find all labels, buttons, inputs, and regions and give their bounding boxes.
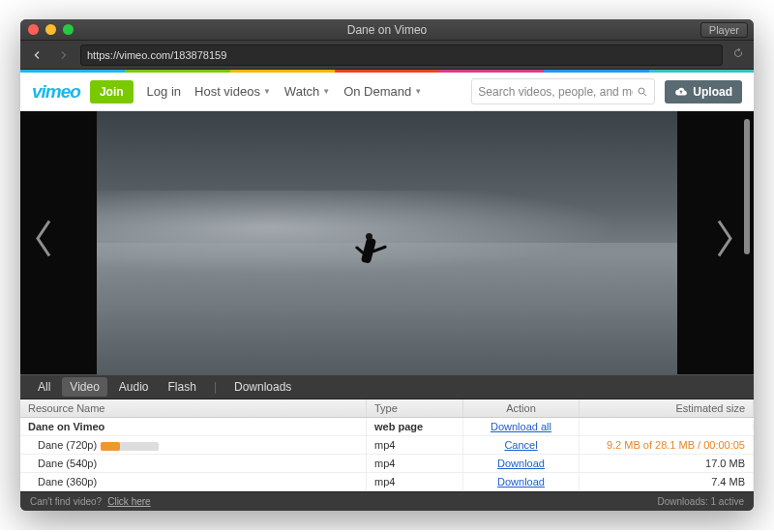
nav-log-in[interactable]: Log in (147, 84, 181, 99)
site-header: vimeo Join Log inHost videos▼Watch▼On De… (20, 73, 754, 111)
action-link[interactable]: Cancel (504, 439, 537, 451)
search-icon (637, 86, 648, 98)
chevron-down-icon: ▼ (263, 87, 271, 96)
table-row: Dane (540p)mp4Download17.0 MB (20, 455, 754, 473)
col-name[interactable]: Resource Name (20, 399, 367, 417)
url-input[interactable]: https://vimeo.com/183878159 (80, 44, 723, 66)
action-link[interactable]: Download (497, 458, 545, 469)
cell-action: Cancel (463, 436, 580, 454)
prev-arrow[interactable] (32, 218, 55, 269)
downloads-status: Downloads: 1 active (658, 496, 745, 507)
cell-name: Dane (360p) (20, 473, 367, 490)
cell-action: Download all (463, 418, 580, 435)
window-title: Dane on Vimeo (20, 23, 754, 37)
arrow-left-icon (31, 49, 43, 61)
filter-tab-flash[interactable]: Flash (161, 377, 204, 397)
cell-name: Dane on Vimeo (20, 418, 367, 435)
search-placeholder: Search videos, people, and more (478, 85, 633, 99)
cell-size: 9.2 MB of 28.1 MB / 00:00:05 (580, 436, 754, 454)
chevron-right-icon (713, 218, 736, 260)
cell-action: Download (463, 455, 580, 472)
cell-size: 17.0 MB (580, 455, 754, 472)
app-window: Dane on Vimeo Player https://vimeo.com/1… (20, 19, 754, 511)
col-action[interactable]: Action (463, 399, 580, 417)
cell-name: Dane (540p) (20, 455, 367, 472)
chevron-down-icon: ▼ (322, 87, 330, 96)
browser-toolbar: https://vimeo.com/183878159 (20, 41, 754, 70)
back-button[interactable] (26, 45, 47, 65)
progress-bar (101, 442, 159, 451)
vertical-scrollbar[interactable] (744, 111, 752, 374)
action-link[interactable]: Download all (491, 421, 551, 432)
filter-tabs: AllVideoAudioFlash|Downloads (20, 374, 754, 399)
svg-point-0 (639, 88, 644, 94)
filter-tab-video[interactable]: Video (62, 377, 106, 397)
filter-tab-audio[interactable]: Audio (111, 377, 157, 397)
filter-divider: | (214, 380, 217, 394)
cell-size (580, 424, 754, 429)
chevron-left-icon (32, 218, 55, 260)
cell-type: web page (367, 418, 463, 435)
action-link[interactable]: Download (497, 476, 545, 488)
cell-size: 7.4 MB (580, 473, 754, 490)
cloud-upload-icon (674, 85, 688, 99)
vimeo-logo[interactable]: vimeo (32, 81, 80, 103)
nav-watch[interactable]: Watch▼ (284, 84, 330, 99)
table-header: Resource Name Type Action Estimated size (20, 399, 754, 418)
video-frame[interactable] (97, 111, 677, 374)
upload-button[interactable]: Upload (665, 80, 742, 103)
nav-on-demand[interactable]: On Demand▼ (343, 84, 422, 99)
filter-tab-all[interactable]: All (30, 377, 58, 397)
join-button[interactable]: Join (90, 80, 134, 103)
col-size[interactable]: Estimated size (580, 399, 754, 417)
resource-table: Resource Name Type Action Estimated size… (20, 399, 754, 491)
video-area (20, 111, 754, 374)
table-row: Dane (360p)mp4Download7.4 MB (20, 473, 754, 491)
chevron-down-icon: ▼ (414, 87, 422, 96)
col-type[interactable]: Type (367, 399, 463, 417)
next-arrow[interactable] (713, 218, 736, 269)
cell-type: mp4 (367, 455, 463, 472)
cell-action: Download (463, 473, 580, 490)
titlebar: Dane on Vimeo Player (20, 19, 754, 41)
cell-type: mp4 (367, 436, 463, 454)
video-content (364, 238, 373, 263)
status-bar: Can't find video? Click here Downloads: … (20, 491, 754, 511)
player-button[interactable]: Player (700, 22, 748, 38)
table-row: Dane on Vimeoweb pageDownload all (20, 418, 754, 436)
reload-icon (732, 47, 744, 59)
svg-line-1 (644, 93, 647, 96)
url-text: https://vimeo.com/183878159 (87, 49, 226, 61)
search-input[interactable]: Search videos, people, and more (471, 78, 655, 104)
reload-button[interactable] (729, 47, 748, 62)
arrow-right-icon (58, 49, 70, 61)
filter-downloads[interactable]: Downloads (226, 377, 299, 397)
cell-type: mp4 (367, 473, 463, 490)
nav-host-videos[interactable]: Host videos▼ (194, 84, 271, 99)
upload-label: Upload (693, 85, 732, 99)
forward-button[interactable] (53, 45, 74, 65)
help-link[interactable]: Click here (107, 496, 150, 507)
help-text: Can't find video? (30, 496, 102, 507)
cell-name: Dane (720p) (20, 436, 367, 454)
table-row: Dane (720p)mp4Cancel9.2 MB of 28.1 MB / … (20, 436, 754, 455)
